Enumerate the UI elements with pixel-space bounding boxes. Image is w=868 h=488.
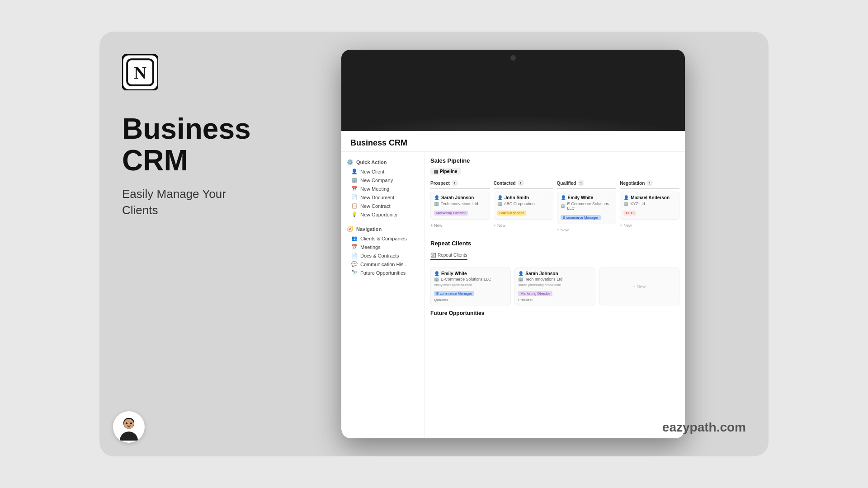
repeat-emily-company: 🏢 E-Commerce Solutions LLC xyxy=(434,277,507,282)
navigation-label: Navigation xyxy=(356,226,382,232)
person-icon-rs: 👤 xyxy=(518,271,524,276)
building-icon-re: 🏢 xyxy=(434,277,439,282)
repeat-emily-name: 👤 Emily White xyxy=(434,271,507,276)
plus-icon: + xyxy=(430,223,433,228)
repeat-emily-company-text: E-Commerce Solutions LLC xyxy=(441,277,491,282)
pipeline-card-michael[interactable]: 👤 Michael Anderson 🏢 XYZ Ltd CEO xyxy=(620,192,679,220)
building-icon-rs: 🏢 xyxy=(518,277,523,282)
contacted-add-btn[interactable]: + New xyxy=(494,222,553,229)
right-panel: Business CRM ⚙️ Quick Action 👤 xyxy=(271,32,769,456)
sidebar-item-new-company[interactable]: 🏢 New Company xyxy=(341,176,425,184)
clients-companies-label: Clients & Companies xyxy=(360,236,407,241)
sidebar-item-new-document[interactable]: 📄 New Document xyxy=(341,193,425,202)
tab-pipeline[interactable]: ▤ Pipeline xyxy=(430,168,461,175)
repeat-emily-email: emily.white@email.com xyxy=(434,283,507,287)
prospect-count: 1 xyxy=(452,180,458,186)
prospect-add-btn[interactable]: + New xyxy=(430,222,490,229)
plus-icon-q: + xyxy=(557,228,559,232)
repeat-add-new[interactable]: + New xyxy=(599,267,679,305)
person-icon-michael: 👤 xyxy=(623,195,629,200)
repeat-emily-name-text: Emily White xyxy=(441,271,467,276)
michael-badge: CEO xyxy=(623,211,636,216)
navigation-header[interactable]: 🧭 Navigation xyxy=(341,224,425,234)
negotiation-column: Negotiation 1 👤 Michael Anderson xyxy=(620,180,679,234)
negotiation-add-btn[interactable]: + New xyxy=(620,222,679,229)
sidebar-item-future-opportunities[interactable]: 🔭 Future Opportunities xyxy=(341,268,425,277)
pipeline-card-emily-q[interactable]: 👤 Emily White 🏢 E-Commerce Solutions LLC… xyxy=(557,192,617,224)
new-contract-label: New Contract xyxy=(360,203,391,209)
outer-card: N Business CRM Easily Manage Your Client… xyxy=(99,32,769,456)
sidebar-item-new-opportunity[interactable]: 💡 New Opportunity xyxy=(341,210,425,219)
john-company-name: ABC Corporation xyxy=(504,202,535,206)
qualified-new-label: New xyxy=(561,228,569,232)
crm-header: Business CRM xyxy=(341,131,685,152)
contacted-count: 1 xyxy=(518,180,524,186)
quick-action-icon: ⚙️ xyxy=(347,159,354,165)
emily-q-company-name: E-Commerce Solutions LLC xyxy=(567,202,613,211)
new-company-label: New Company xyxy=(360,178,393,183)
contacted-label: Contacted xyxy=(494,181,516,186)
left-panel: N Business CRM Easily Manage Your Client… xyxy=(99,32,271,456)
new-opportunity-label: New Opportunity xyxy=(360,212,397,217)
negotiation-count: 1 xyxy=(646,180,653,186)
navigation-icon: 🧭 xyxy=(347,226,354,232)
pipeline-tab-bar: ▤ Pipeline xyxy=(430,168,679,175)
new-client-label: New Client xyxy=(360,169,384,174)
qualified-label: Qualified xyxy=(557,181,576,186)
repeat-clients-row: 👤 Emily White 🏢 E-Commerce Solutions LLC… xyxy=(430,267,679,305)
pipeline-card-sarah[interactable]: 👤 Sarah Johnson 🏢 Tech Innovations Ltd M… xyxy=(430,192,490,220)
repeat-clients-tab[interactable]: 🔄 Repeat Clients xyxy=(430,253,467,260)
person-icon-re: 👤 xyxy=(434,271,439,276)
sidebar-item-clients-companies[interactable]: 👥 Clients & Companies xyxy=(341,234,425,243)
qualified-count: 1 xyxy=(578,180,584,186)
meetings-label: Meetings xyxy=(360,244,381,250)
laptop-frame: Business CRM ⚙️ Quick Action 👤 xyxy=(341,50,685,438)
repeat-icon: 🔄 xyxy=(430,253,436,258)
qualified-add-btn[interactable]: + New xyxy=(557,226,617,234)
repeat-emily-badge: E-commerce Manager xyxy=(434,291,474,296)
sales-pipeline-section: Sales Pipeline ▤ Pipeline xyxy=(430,157,679,234)
sales-pipeline-title: Sales Pipeline xyxy=(430,157,679,164)
pipeline-columns: Prospect 1 👤 Sarah Johnson xyxy=(430,180,679,234)
sidebar-item-new-client[interactable]: 👤 New Client xyxy=(341,167,425,176)
contacted-new-label: New xyxy=(497,223,505,228)
building-icon: 🏢 xyxy=(434,202,439,206)
plus-icon-c: + xyxy=(494,223,496,228)
repeat-client-sarah[interactable]: 👤 Sarah Johnson 🏢 Tech Innovations Ltd s… xyxy=(514,267,595,305)
notion-logo: N xyxy=(122,54,158,90)
sidebar-item-new-meeting[interactable]: 📅 New Meeting xyxy=(341,184,425,193)
svg-text:N: N xyxy=(134,63,146,82)
pipeline-card-john[interactable]: 👤 John Smith 🏢 ABC Corporation Sales Man… xyxy=(494,192,553,220)
crm-sidebar: ⚙️ Quick Action 👤 New Client 🏢 New Compa… xyxy=(341,152,425,438)
sidebar-item-communication[interactable]: 💬 Communication His... xyxy=(341,260,425,268)
future-opportunities-label: Future Opportunities xyxy=(360,270,406,276)
repeat-add-label: New xyxy=(637,284,646,289)
sidebar-item-new-contract[interactable]: 📋 New Contract xyxy=(341,202,425,210)
repeat-sarah-name-text: Sarah Johnson xyxy=(525,271,558,276)
plus-icon-n: + xyxy=(620,223,622,228)
sidebar-item-docs-contracts[interactable]: 📄 Docs & Contracts xyxy=(341,251,425,260)
sidebar-item-meetings[interactable]: 📅 Meetings xyxy=(341,243,425,251)
building-icon-john: 🏢 xyxy=(497,202,502,206)
emily-q-company: 🏢 E-Commerce Solutions LLC xyxy=(561,202,613,211)
prospect-column: Prospect 1 👤 Sarah Johnson xyxy=(430,180,490,234)
repeat-clients-title: Repeat Clients xyxy=(430,240,679,247)
docs-contracts-label: Docs & Contracts xyxy=(360,253,399,258)
quick-action-header[interactable]: ⚙️ Quick Action xyxy=(341,157,425,167)
michael-company: 🏢 XYZ Ltd xyxy=(623,202,676,206)
repeat-sarah-email: sarah.johnson@email.com xyxy=(518,283,591,287)
meetings-icon: 📅 xyxy=(351,244,358,250)
card-person-sarah: 👤 Sarah Johnson xyxy=(434,195,486,200)
sarah-company: 🏢 Tech Innovations Ltd xyxy=(434,202,486,206)
new-client-icon: 👤 xyxy=(351,169,358,174)
wave-overlay xyxy=(341,59,685,131)
crm-title: Business CRM xyxy=(350,138,676,148)
repeat-client-emily[interactable]: 👤 Emily White 🏢 E-Commerce Solutions LLC… xyxy=(430,267,511,305)
negotiation-header: Negotiation 1 xyxy=(620,180,679,189)
repeat-clients-section: Repeat Clients 🔄 Repeat Clients xyxy=(430,240,679,316)
prospect-header: Prospect 1 xyxy=(430,180,490,189)
repeat-sarah-status: Prospect xyxy=(518,298,591,302)
repeat-add-icon: + xyxy=(632,284,635,289)
qualified-header: Qualified 1 xyxy=(557,180,617,189)
left-text-block: Business CRM Easily Manage Your Clients xyxy=(122,113,249,219)
